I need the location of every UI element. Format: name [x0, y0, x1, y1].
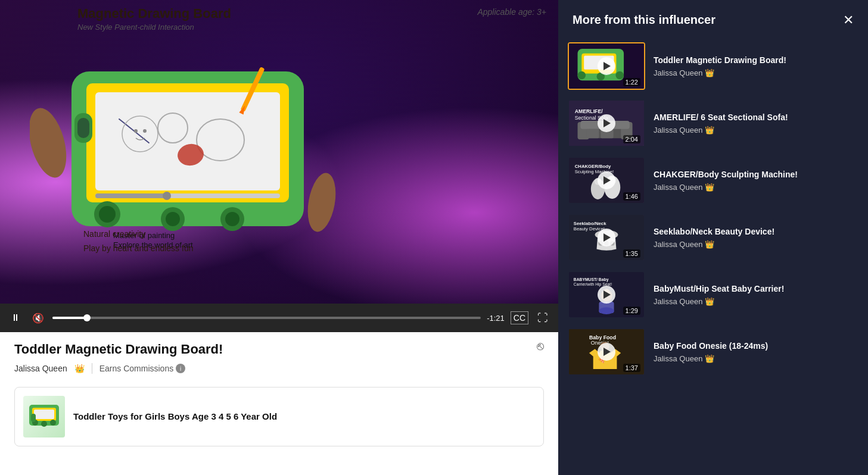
video-background: Applicable age: 3+ Magnetic Drawing Boar…	[0, 0, 558, 304]
play-triangle-5	[603, 290, 611, 299]
svg-point-15	[99, 206, 116, 223]
svg-point-1	[304, 171, 340, 234]
play-triangle-6	[603, 348, 611, 356]
svg-text:AMERLIFE/: AMERLIFE/	[575, 108, 603, 114]
video-item-title-5: BabyMust/Hip Seat Baby Carrier!	[654, 283, 858, 294]
mute-button[interactable]: 🔇	[30, 310, 46, 326]
thumb-wrapper-3: CHAKGER/Body Sculpting Machine! 1:46	[568, 157, 645, 204]
video-container: Applicable age: 3+ Magnetic Drawing Boar…	[0, 0, 558, 304]
video-controls: ⏸ 🔇 -1:21 CC ⛶	[0, 304, 558, 332]
svg-point-10	[143, 129, 147, 133]
applicable-age-label: Applicable age: 3+	[477, 7, 546, 17]
thumb-wrapper-2: AMERLIFE/ Sectional Sofa! 2:04	[568, 99, 645, 147]
svg-point-70	[599, 307, 614, 314]
thumb-wrapper-4: Seeklabo/Neck Beauty Device! 1:35	[568, 214, 645, 261]
play-triangle-1	[603, 62, 611, 70]
play-btn-4	[598, 229, 615, 246]
thumb-wrapper-5: BABYMUST/ Baby Carrier/with Hip Seat! 1:…	[568, 271, 645, 318]
play-triangle-3	[603, 176, 611, 185]
earns-commissions: Earns Commissions i	[99, 364, 185, 373]
svg-text:Baby Food: Baby Food	[589, 335, 616, 340]
svg-point-32	[50, 420, 56, 426]
drawing-board-svg: Master of painting Explore the world of …	[30, 24, 357, 250]
video-item-author-4: Jalissa Queen 👑	[654, 240, 858, 249]
video-item-info-3: CHAKGER/Body Sculpting Machine! Jalissa …	[654, 157, 858, 204]
video-item-4[interactable]: Seeklabo/Neck Beauty Device! 1:35	[565, 209, 861, 266]
duration-6: 1:37	[623, 364, 640, 372]
svg-point-19	[225, 212, 239, 226]
thumb-wrapper-1: 1:22	[568, 42, 645, 90]
svg-rect-4	[95, 92, 280, 190]
video-item-info-4: Seeklabo/Neck Beauty Device! Jalissa Que…	[654, 214, 858, 261]
play-btn-1	[598, 57, 615, 75]
progress-fill	[52, 317, 87, 319]
board-title-overlay: Magnetic Drawing Board	[77, 6, 231, 21]
info-icon[interactable]: i	[176, 364, 185, 373]
pause-button[interactable]: ⏸	[7, 310, 24, 326]
svg-rect-21	[77, 118, 89, 138]
svg-rect-23	[95, 193, 167, 198]
svg-rect-49	[586, 129, 599, 139]
share-button[interactable]: ⎋	[537, 339, 544, 353]
video-item-info-6: Baby Food Onesie (18-24ms) Jalissa Queen…	[654, 328, 858, 376]
video-item-info-1: Toddler Magnetic Drawing Board! Jalissa …	[654, 42, 858, 90]
crown-icon: 👑	[74, 364, 85, 373]
play-btn-5	[598, 286, 615, 304]
video-item-2[interactable]: AMERLIFE/ Sectional Sofa! 2:04	[565, 95, 861, 152]
svg-point-38	[578, 71, 586, 80]
right-panel-title: More from this influencer	[573, 13, 715, 27]
earns-commissions-label: Earns Commissions	[99, 364, 173, 373]
right-panel: More from this influencer ✕	[558, 0, 868, 475]
video-item-author-2: Jalissa Queen 👑	[654, 126, 858, 135]
video-title: Toddler Magnetic Drawing Board!	[14, 342, 544, 357]
product-thumb-svg	[26, 399, 62, 435]
svg-point-24	[163, 192, 171, 200]
duration-4: 1:35	[623, 249, 640, 258]
feature-1: Natural creativity	[83, 227, 193, 242]
video-item-title-2: AMERLIFE/ 6 Seat Sectional Sofa!	[654, 112, 858, 123]
author-name: Jalissa Queen	[14, 364, 67, 373]
meta-divider	[92, 363, 92, 374]
video-item-3[interactable]: CHAKGER/Body Sculpting Machine! 1:46 C	[565, 152, 861, 209]
right-panel-header: More from this influencer ✕	[558, 0, 868, 38]
video-item-6[interactable]: Baby Food Onesie! 🍕 1:37 Baby Food Onesi…	[565, 323, 861, 380]
video-item-5[interactable]: BABYMUST/ Baby Carrier/with Hip Seat! 1:…	[565, 266, 861, 323]
video-item-title-3: CHAKGER/Body Sculpting Machine!	[654, 169, 858, 180]
video-item-author-1: Jalissa Queen 👑	[654, 68, 858, 77]
video-item-info-5: BabyMust/Hip Seat Baby Carrier! Jalissa …	[654, 271, 858, 318]
info-section: ⎋ Toddler Magnetic Drawing Board! Jaliss…	[0, 332, 558, 381]
fullscreen-button[interactable]: ⛶	[534, 310, 551, 326]
play-btn-6	[598, 343, 615, 361]
time-remaining: -1:21	[487, 314, 505, 323]
video-item-info-2: AMERLIFE/ 6 Seat Sectional Sofa! Jalissa…	[654, 99, 858, 147]
video-features: Natural creativity Play by heart and end…	[83, 227, 193, 256]
duration-3: 1:46	[623, 192, 640, 201]
svg-point-17	[166, 212, 180, 226]
video-item-title-4: Seeklabo/Neck Beauty Device!	[654, 226, 858, 237]
videos-list: 1:22 Toddler Magnetic Drawing Board! Jal…	[558, 38, 868, 475]
svg-rect-33	[31, 414, 36, 422]
svg-point-0	[30, 104, 73, 182]
duration-1: 1:22	[623, 78, 640, 86]
video-item-author-3: Jalissa Queen 👑	[654, 183, 858, 192]
cc-button[interactable]: CC	[511, 311, 528, 324]
play-triangle-4	[603, 233, 611, 242]
thumb-wrapper-6: Baby Food Onesie! 🍕 1:37	[568, 328, 645, 376]
video-item-author-6: Jalissa Queen 👑	[654, 354, 858, 363]
meta-row: Jalissa Queen 👑 Earns Commissions i	[14, 363, 544, 374]
play-triangle-2	[603, 119, 611, 127]
progress-thumb	[83, 314, 91, 321]
product-card[interactable]: Toddler Toys for Girls Boys Age 3 4 5 6 …	[14, 387, 544, 446]
svg-text:CHAKGER/Body: CHAKGER/Body	[575, 164, 611, 169]
svg-point-31	[41, 421, 47, 427]
video-item-1[interactable]: 1:22 Toddler Magnetic Drawing Board! Jal…	[565, 38, 861, 95]
close-panel-button[interactable]: ✕	[843, 14, 854, 27]
play-btn-2	[598, 114, 615, 132]
feature-2: Play by heart and endless fun	[83, 242, 193, 256]
svg-point-40	[616, 71, 624, 80]
progress-bar[interactable]	[52, 317, 481, 319]
video-item-title-1: Toddler Magnetic Drawing Board!	[654, 55, 858, 65]
svg-text:Seeklabo/Neck: Seeklabo/Neck	[574, 221, 606, 226]
play-btn-3	[598, 171, 615, 189]
product-thumbnail	[23, 396, 65, 438]
